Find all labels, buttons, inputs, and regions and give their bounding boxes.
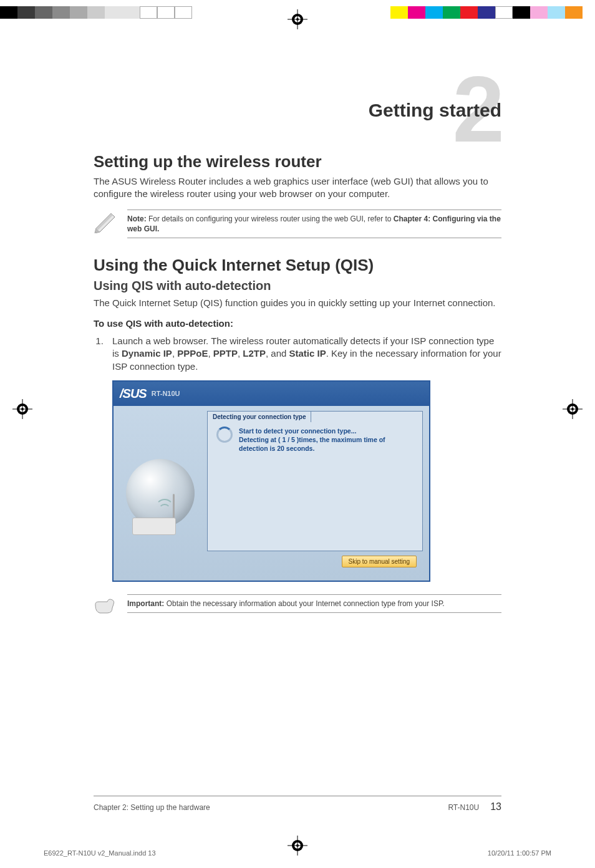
important-callout: Important: Obtain the necessary informat… [94, 594, 501, 618]
skip-to-manual-button[interactable]: Skip to manual setting [342, 556, 417, 567]
qis-intro: The Quick Internet Setup (QIS) function … [94, 297, 501, 309]
panel-tab-title: Detecting your connection type [207, 411, 311, 422]
detection-panel: Detecting your connection type Start to … [207, 411, 423, 551]
chapter-title: Getting started [94, 100, 501, 121]
svg-point-14 [571, 408, 574, 410]
qis-screenshot: /SUS RT-N10U Detecting your connection t… [112, 380, 430, 582]
section-intro: The ASUS Wireless Router includes a web … [94, 175, 501, 201]
footer-model: RT-N10U [448, 803, 479, 812]
section-heading-setup: Setting up the wireless router [94, 152, 501, 171]
hand-point-icon [94, 594, 119, 618]
footer-chapter: Chapter 2: Setting up the hardware [94, 803, 210, 812]
svg-point-4 [296, 18, 299, 21]
step-1: Launch a web browser. The wireless route… [106, 335, 501, 373]
screenshot-header: /SUS RT-N10U [114, 382, 429, 406]
page-content: 2 Getting started Setting up the wireles… [44, 34, 551, 832]
registration-mark-icon [563, 399, 583, 419]
step-list: Launch a web browser. The wireless route… [106, 335, 501, 373]
detection-message: Start to detect your connection type... … [239, 427, 385, 453]
procedure-lead: To use QIS with auto-detection: [94, 318, 501, 329]
router-icon [132, 518, 176, 535]
spinner-icon [216, 427, 233, 443]
model-label: RT-N10U [152, 390, 180, 397]
subsection-heading: Using QIS with auto-detection [94, 279, 501, 293]
page-footer: Chapter 2: Setting up the hardware RT-N1… [94, 796, 501, 813]
indd-date: 10/20/11 1:00:57 PM [488, 849, 551, 857]
page-number: 13 [490, 801, 501, 813]
asus-logo-icon: /SUS [120, 387, 147, 401]
indd-file: E6922_RT-N10U v2_Manual.indd 13 [44, 849, 156, 857]
indesign-slug: E6922_RT-N10U v2_Manual.indd 13 10/20/11… [44, 849, 551, 857]
registration-mark-icon [288, 9, 307, 29]
note-text: Note: For details on configuring your wi… [127, 214, 501, 234]
svg-point-9 [21, 408, 24, 410]
note-callout: Note: For details on configuring your wi… [94, 210, 501, 238]
important-text: Important: Obtain the necessary informat… [127, 599, 501, 609]
chapter-header: 2 Getting started [94, 100, 501, 121]
pencil-note-icon [94, 210, 119, 233]
registration-mark-icon [12, 399, 32, 419]
svg-point-19 [296, 844, 299, 847]
section-heading-qis: Using the Quick Internet Setup (QIS) [94, 256, 501, 275]
screenshot-sidebar [114, 406, 207, 581]
